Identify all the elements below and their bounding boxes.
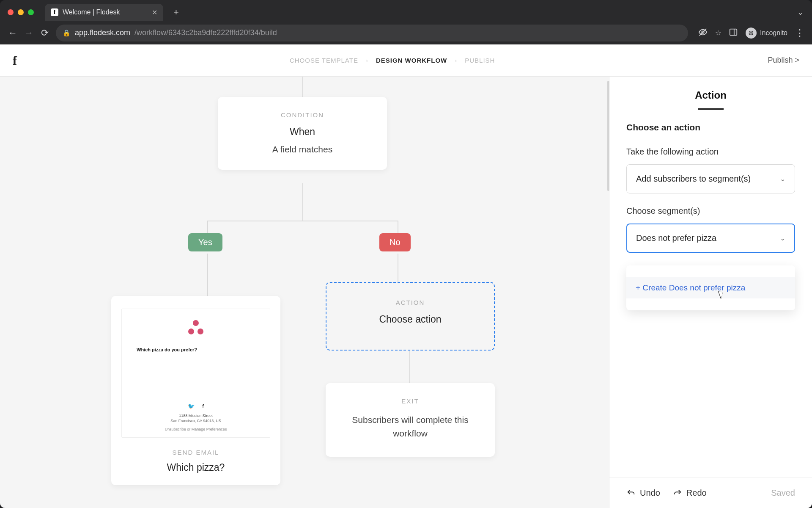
canvas-scrollbar[interactable] bbox=[607, 77, 609, 508]
chevron-down-icon: ⌄ bbox=[780, 175, 785, 183]
tab-bar: f Welcome | Flodesk ✕ + ⌄ bbox=[0, 0, 812, 21]
toolbar-right: ☆ ⛭ Incognito ⋮ bbox=[698, 28, 804, 39]
condition-title: When bbox=[228, 126, 377, 138]
exit-card[interactable]: EXIT Subscribers will complete this work… bbox=[326, 383, 495, 457]
tab-title: Welcome | Flodesk bbox=[63, 8, 120, 16]
email-social-icons: 🐦 f bbox=[188, 403, 204, 409]
condition-label: CONDITION bbox=[228, 111, 377, 119]
connector-line bbox=[398, 254, 398, 282]
new-tab-button[interactable]: + bbox=[167, 7, 185, 18]
action-panel: Action Choose an action Take the followi… bbox=[609, 77, 812, 508]
take-action-label: Take the following action bbox=[626, 147, 795, 157]
undo-label: Undo bbox=[640, 488, 660, 498]
crumb-design-workflow[interactable]: DESIGN WORKFLOW bbox=[376, 57, 447, 64]
email-address-line2: San Francisco, CA 94013, US bbox=[170, 419, 221, 423]
browser-tab[interactable]: f Welcome | Flodesk ✕ bbox=[45, 4, 163, 21]
undo-button[interactable]: Undo bbox=[626, 488, 660, 498]
chevron-down-icon: ⌄ bbox=[780, 234, 785, 242]
app-area: f CHOOSE TEMPLATE › DESIGN WORKFLOW › PU… bbox=[0, 44, 812, 508]
email-address-line1: 1188 Mission Street bbox=[179, 414, 213, 418]
brand-logo-icon bbox=[188, 320, 203, 334]
branch-no[interactable]: No bbox=[379, 233, 411, 251]
exit-text: Subscribers will complete this workflow bbox=[336, 413, 485, 440]
panel-footer: Undo Redo Saved bbox=[609, 478, 812, 508]
segment-select-value: Does not prefer pizza bbox=[636, 233, 716, 243]
lock-icon: 🔒 bbox=[63, 29, 71, 37]
crumb-publish[interactable]: PUBLISH bbox=[465, 57, 495, 64]
reload-icon[interactable]: ⟳ bbox=[40, 28, 50, 39]
undo-icon bbox=[626, 489, 636, 498]
app-header: f CHOOSE TEMPLATE › DESIGN WORKFLOW › PU… bbox=[0, 44, 812, 77]
incognito-label: Incognito bbox=[760, 29, 787, 37]
tab-favicon: f bbox=[51, 8, 58, 16]
app-logo[interactable]: f bbox=[13, 53, 17, 68]
panel-body: Choose an action Take the following acti… bbox=[609, 110, 812, 478]
saved-status: Saved bbox=[771, 488, 795, 498]
url-host: app.flodesk.com bbox=[75, 28, 130, 37]
email-card[interactable]: Which pizza do you prefer? 🐦 f 1188 Miss… bbox=[111, 296, 280, 485]
address-bar[interactable]: 🔒 app.flodesk.com/workflow/6343c2ba9dfe2… bbox=[56, 25, 688, 41]
redo-icon bbox=[673, 489, 682, 498]
chevron-right-icon: › bbox=[455, 57, 457, 64]
email-card-title: Which pizza? bbox=[121, 462, 270, 473]
action-card-title: Choose action bbox=[337, 314, 484, 325]
connector-line bbox=[302, 77, 303, 97]
breadcrumb: CHOOSE TEMPLATE › DESIGN WORKFLOW › PUBL… bbox=[17, 57, 768, 64]
forward-icon[interactable]: → bbox=[24, 28, 34, 39]
redo-button[interactable]: Redo bbox=[673, 488, 707, 498]
incognito-badge[interactable]: ⛭ Incognito bbox=[746, 28, 787, 39]
eye-off-icon[interactable] bbox=[698, 28, 708, 39]
email-unsubscribe: Unsubscribe or Manage Preferences bbox=[165, 427, 227, 431]
star-icon[interactable]: ☆ bbox=[715, 29, 721, 37]
connector-line bbox=[302, 183, 303, 221]
svg-rect-2 bbox=[730, 29, 737, 35]
panel-toggle-icon[interactable] bbox=[729, 28, 738, 39]
browser-menu-icon[interactable]: ⋮ bbox=[795, 28, 804, 39]
connector-line bbox=[207, 254, 208, 296]
twitter-icon: 🐦 bbox=[188, 403, 195, 409]
crumb-choose-template[interactable]: CHOOSE TEMPLATE bbox=[290, 57, 358, 64]
toolbar: ← → ⟳ 🔒 app.flodesk.com/workflow/6343c2b… bbox=[0, 21, 812, 44]
branch-yes[interactable]: Yes bbox=[188, 233, 222, 251]
condition-card[interactable]: CONDITION When A field matches bbox=[218, 97, 387, 170]
close-window-button[interactable] bbox=[8, 9, 14, 15]
browser-chrome: f Welcome | Flodesk ✕ + ⌄ ← → ⟳ 🔒 app.fl… bbox=[0, 0, 812, 44]
panel-title: Action bbox=[609, 77, 812, 110]
publish-button[interactable]: Publish > bbox=[768, 56, 799, 65]
choose-segments-label: Choose segment(s) bbox=[626, 206, 795, 216]
action-select-value: Add subscribers to segment(s) bbox=[636, 174, 751, 184]
tabs-dropdown-icon[interactable]: ⌄ bbox=[797, 8, 804, 17]
segment-dropdown: + Create Does not prefer pizza bbox=[626, 265, 795, 310]
connector-line bbox=[207, 221, 398, 221]
action-card-label: ACTION bbox=[337, 299, 484, 306]
email-preview: Which pizza do you prefer? 🐦 f 1188 Miss… bbox=[121, 309, 270, 438]
back-icon[interactable]: ← bbox=[8, 28, 18, 39]
segment-select[interactable]: Does not prefer pizza ⌄ bbox=[626, 224, 795, 253]
create-segment-option[interactable]: + Create Does not prefer pizza bbox=[626, 277, 795, 298]
minimize-window-button[interactable] bbox=[18, 9, 24, 15]
workflow-canvas[interactable]: CONDITION When A field matches Yes No bbox=[0, 77, 609, 508]
action-select[interactable]: Add subscribers to segment(s) ⌄ bbox=[626, 164, 795, 193]
chevron-right-icon: › bbox=[366, 57, 368, 64]
close-tab-icon[interactable]: ✕ bbox=[152, 8, 157, 17]
condition-sub: A field matches bbox=[228, 144, 377, 155]
choose-action-heading: Choose an action bbox=[626, 122, 795, 133]
action-card[interactable]: ACTION Choose action bbox=[326, 282, 495, 351]
redo-label: Redo bbox=[686, 488, 707, 498]
incognito-icon: ⛭ bbox=[746, 28, 757, 39]
app-body: CONDITION When A field matches Yes No bbox=[0, 77, 812, 508]
maximize-window-button[interactable] bbox=[28, 9, 34, 15]
url-path: /workflow/6343c2ba9dfe222fffd20f34/build bbox=[134, 28, 277, 37]
email-preview-question: Which pizza do you prefer? bbox=[137, 347, 197, 352]
connector-line bbox=[409, 351, 410, 383]
window-controls bbox=[8, 9, 34, 15]
facebook-icon: f bbox=[202, 403, 204, 409]
exit-label: EXIT bbox=[336, 398, 485, 405]
email-card-label: SEND EMAIL bbox=[121, 449, 270, 456]
